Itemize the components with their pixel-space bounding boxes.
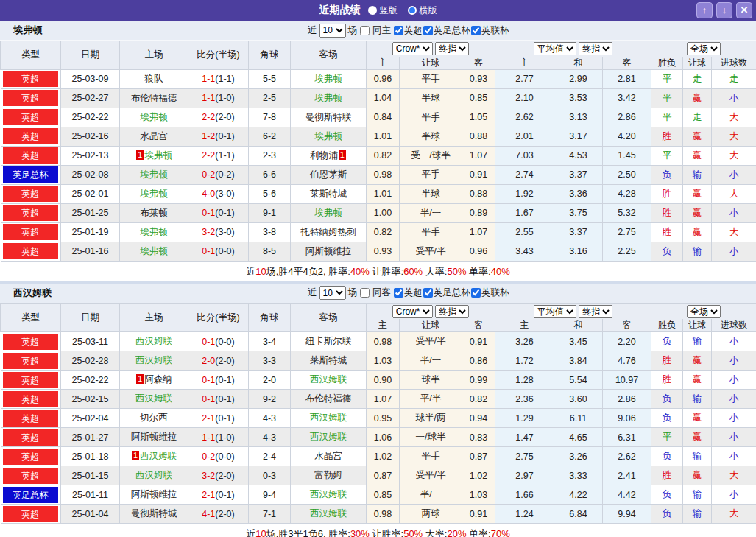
header-avg-home: 主 (495, 319, 554, 332)
league-checkbox[interactable] (423, 26, 433, 35)
odds-time-select[interactable]: 终指 (435, 305, 469, 318)
cell-handicap-result: 赢 (683, 127, 712, 146)
away-team-name: 西汉姆联 (310, 413, 347, 423)
cell-odds-home: 1.02 (367, 447, 400, 466)
league-type-badge: 英超 (3, 109, 59, 125)
cell-result: 负 (651, 485, 683, 505)
header-goals: 进球数 (712, 57, 756, 70)
away-team-name: 西汉姆联 (310, 489, 347, 499)
close-button[interactable]: ✕ (736, 2, 752, 18)
cell-home-team: 布伦特福德 (120, 88, 188, 108)
cell-handicap: 球半 (400, 371, 462, 390)
summary-segment: 40% (350, 266, 370, 277)
cell-handicap: 两球 (400, 505, 462, 524)
cell-odds-away: 0.99 (462, 371, 495, 390)
cell-handicap-result: 输 (683, 505, 712, 524)
league-checkbox[interactable] (471, 288, 481, 298)
scope-select[interactable]: 全场 (687, 305, 721, 318)
cell-avg-home: 3.43 (495, 242, 554, 261)
cell-handicap: 半/一 (400, 351, 462, 371)
cell-goal-result: 大 (712, 505, 756, 524)
same-venue-label: 同主 (372, 24, 391, 37)
scope-select-cell: 全场 (651, 41, 756, 57)
cell-odds-home: 1.07 (367, 390, 400, 409)
cell-home-team: 阿斯顿维拉 (120, 485, 188, 505)
avg-source-select[interactable]: 平均值 (534, 305, 576, 318)
games-label: 场 (348, 287, 358, 299)
league-type-badge: 英超 (3, 353, 59, 369)
cell-handicap: 一/球半 (400, 428, 462, 447)
league-label: 英联杯 (481, 287, 509, 299)
league-checkbox[interactable] (394, 288, 403, 298)
odds-source-select[interactable]: Crow* (392, 42, 433, 55)
header-goals: 进球数 (712, 319, 756, 332)
cell-avg-draw: 3.37 (554, 165, 603, 184)
avg-source-select[interactable]: 平均值 (534, 42, 576, 55)
scope-select[interactable]: 全场 (687, 42, 721, 55)
league-checkbox[interactable] (471, 26, 481, 35)
close-icon: ✕ (741, 4, 749, 15)
match-count-select[interactable]: 10 (319, 24, 346, 38)
cell-result: 负 (651, 242, 683, 261)
cell-home-team: 狼队 (120, 69, 188, 88)
radio-unselected-icon (408, 6, 417, 15)
radio-vertical[interactable]: 竖版 (368, 4, 398, 17)
cell-goal-result: 大 (712, 184, 756, 203)
cell-score: 0-1(0-1) (188, 203, 249, 222)
odds-source-select[interactable]: Crow* (392, 305, 433, 318)
summary-segment: 场,胜4平4负2, 胜率: (266, 266, 350, 277)
avg-time-select[interactable]: 终指 (579, 305, 612, 318)
cell-avg-away: 4.20 (603, 127, 651, 146)
cell-avg-home: 2.74 (495, 165, 554, 184)
cell-home-team: 西汉姆联 (120, 390, 188, 409)
cell-odds-away: 0.93 (462, 69, 495, 88)
cell-handicap: 平/半 (400, 390, 462, 409)
cell-away-team: 富勒姆 (291, 466, 367, 485)
league-type-badge: 英超 (3, 391, 59, 407)
cell-away-team: 埃弗顿 (291, 69, 367, 88)
league-checkbox[interactable] (394, 26, 403, 35)
cell-home-team: 布莱顿 (120, 203, 188, 222)
table-row: 英超25-02-221阿森纳0-1(0-1)2-0西汉姆联0.90球半0.991… (1, 371, 756, 390)
scroll-down-button[interactable]: ↓ (716, 2, 732, 18)
cell-handicap-result: 赢 (683, 146, 712, 165)
cell-league-type: 英足总杯 (1, 485, 61, 505)
same-venue-checkbox[interactable] (360, 288, 370, 298)
league-type-badge: 英超 (3, 429, 59, 446)
away-team-name: 埃弗顿 (314, 93, 342, 103)
cell-date: 25-02-22 (61, 108, 120, 127)
cell-away-team: 水晶宫 (291, 447, 367, 466)
cell-date: 25-03-11 (61, 332, 120, 351)
radio-horizontal[interactable]: 横版 (408, 4, 437, 17)
scroll-up-button[interactable]: ↑ (696, 2, 713, 18)
same-venue-checkbox[interactable] (360, 26, 370, 35)
table-row: 英超25-01-27阿斯顿维拉1-1(1-0)4-3西汉姆联1.06一/球半0.… (1, 428, 756, 447)
home-team-name: 曼彻斯特城 (131, 508, 177, 519)
avg-time-select[interactable]: 终指 (579, 42, 612, 55)
cell-avg-draw: 3.36 (554, 184, 603, 203)
cell-avg-draw: 4.53 (554, 146, 603, 165)
cell-date: 25-01-27 (61, 428, 120, 447)
cell-corners: 7-8 (249, 108, 291, 127)
cell-league-type: 英超 (1, 332, 61, 351)
cell-away-team: 莱斯特城 (291, 351, 367, 371)
cell-corners: 6-6 (249, 165, 291, 184)
league-type-badge: 英超 (3, 90, 59, 106)
cell-avg-home: 2.77 (495, 69, 554, 88)
match-count-select[interactable]: 10 (319, 286, 346, 300)
cell-avg-home: 1.24 (495, 505, 554, 524)
cell-handicap: 受平/半 (400, 466, 462, 485)
odds-time-select[interactable]: 终指 (435, 42, 469, 55)
cell-handicap: 半球 (400, 127, 462, 146)
cell-avg-home: 1.67 (495, 203, 554, 222)
league-checkbox[interactable] (423, 288, 433, 298)
cell-away-team: 纽卡斯尔联 (291, 332, 367, 351)
red-card-badge: 1 (339, 150, 346, 160)
league-type-badge: 英足总杯 (3, 487, 59, 503)
cell-score: 1-1(1-0) (188, 88, 249, 108)
cell-away-team: 布伦特福德 (291, 390, 367, 409)
cell-league-type: 英超 (1, 466, 61, 485)
summary-segment: 10 (255, 266, 266, 277)
cell-avg-draw: 4.22 (554, 485, 603, 505)
cell-odds-home: 1.03 (367, 351, 400, 371)
